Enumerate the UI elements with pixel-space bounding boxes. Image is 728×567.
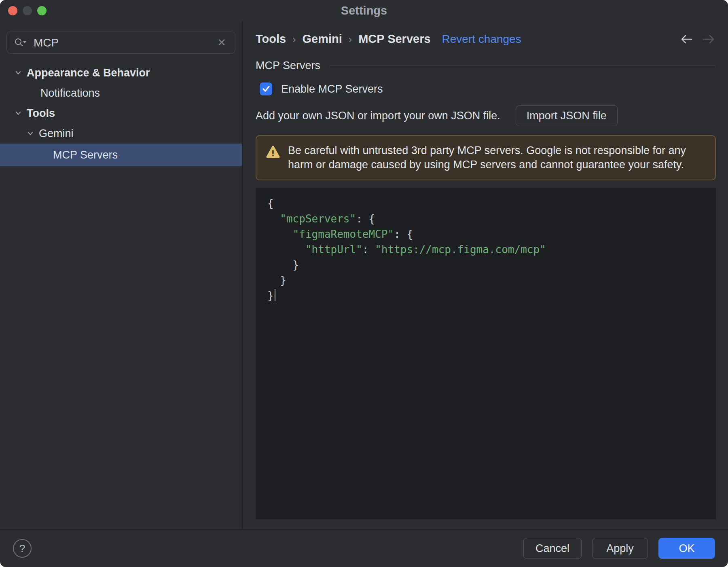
code-line: "mcpServers": { (267, 211, 716, 226)
sidebar-item-label: Appearance & Behavior (27, 67, 150, 79)
apply-button[interactable]: Apply (592, 538, 648, 559)
warning-banner: Be careful with untrusted 3rd party MCP … (256, 135, 716, 180)
sidebar-item-notifications[interactable]: Notifications (0, 83, 242, 103)
clear-search-icon[interactable]: ✕ (216, 36, 228, 49)
traffic-lights (8, 6, 47, 15)
section-title: MCP Servers (256, 59, 320, 72)
search-icon (14, 38, 27, 48)
sidebar-item-mcp-servers[interactable]: MCP Servers (0, 144, 242, 166)
breadcrumb: Tools › Gemini › MCP Servers Revert chan… (256, 32, 716, 46)
window-title: Settings (341, 4, 387, 17)
help-icon[interactable]: ? (13, 539, 32, 558)
breadcrumb-tools[interactable]: Tools (256, 32, 286, 46)
enable-mcp-servers-label[interactable]: Enable MCP Servers (281, 83, 383, 95)
sidebar-item-label: Gemini (39, 127, 74, 140)
chevron-down-icon[interactable] (26, 129, 35, 138)
code-line: } (267, 257, 716, 273)
breadcrumb-mcp-servers[interactable]: MCP Servers (358, 32, 430, 46)
back-arrow-icon[interactable] (680, 34, 693, 44)
code-line: } (267, 288, 716, 303)
settings-tree: Appearance & Behavior Notifications Tool… (0, 63, 242, 166)
minimize-window-icon[interactable] (23, 6, 32, 15)
forward-arrow-icon[interactable] (702, 34, 715, 44)
settings-window: Settings MCP ✕ Appearance & Behavior (0, 0, 728, 567)
dialog-footer: ? Cancel Apply OK (0, 529, 728, 567)
chevron-down-icon[interactable] (14, 68, 23, 77)
chevron-down-icon[interactable] (14, 109, 23, 118)
code-line: } (267, 273, 716, 288)
settings-search-input[interactable]: MCP ✕ (6, 32, 235, 54)
code-line: "httpUrl": "https://mcp.figma.com/mcp" (267, 242, 716, 257)
sidebar-item-label: MCP Servers (53, 149, 118, 161)
mcp-json-editor[interactable]: { "mcpServers": { "figmaRemoteMCP": { "h… (256, 188, 716, 519)
enable-mcp-servers-checkbox[interactable] (260, 83, 272, 95)
warning-icon (266, 146, 280, 158)
titlebar: Settings (0, 0, 728, 21)
enable-mcp-row: Enable MCP Servers (260, 83, 716, 95)
revert-changes-link[interactable]: Revert changes (442, 33, 521, 46)
search-value: MCP (34, 36, 209, 49)
settings-sidebar: MCP ✕ Appearance & Behavior Notification… (0, 21, 243, 529)
add-json-text: Add your own JSON or import your own JSO… (256, 110, 500, 122)
section-divider (329, 66, 716, 66)
sidebar-item-gemini[interactable]: Gemini (0, 123, 242, 144)
sidebar-item-appearance-behavior[interactable]: Appearance & Behavior (0, 63, 242, 83)
settings-main-panel: Tools › Gemini › MCP Servers Revert chan… (243, 21, 728, 529)
text-cursor (275, 289, 276, 301)
import-json-file-button[interactable]: Import JSON file (516, 105, 618, 126)
code-line: "figmaRemoteMCP": { (267, 226, 716, 242)
sidebar-item-label: Notifications (40, 87, 100, 99)
close-window-icon[interactable] (8, 6, 17, 15)
code-line: { (267, 196, 716, 211)
breadcrumb-separator: › (349, 33, 352, 45)
cancel-button[interactable]: Cancel (523, 538, 582, 559)
breadcrumb-separator: › (292, 33, 296, 45)
add-json-row: Add your own JSON or import your own JSO… (256, 105, 716, 126)
section-header: MCP Servers (256, 59, 716, 72)
help-glyph: ? (19, 542, 25, 555)
checkmark-icon (261, 84, 271, 94)
sidebar-item-label: Tools (27, 107, 55, 120)
breadcrumb-gemini[interactable]: Gemini (303, 32, 342, 46)
ok-button[interactable]: OK (658, 538, 715, 559)
warning-text: Be careful with untrusted 3rd party MCP … (288, 144, 700, 172)
fullscreen-window-icon[interactable] (37, 6, 47, 15)
sidebar-item-tools[interactable]: Tools (0, 103, 242, 123)
